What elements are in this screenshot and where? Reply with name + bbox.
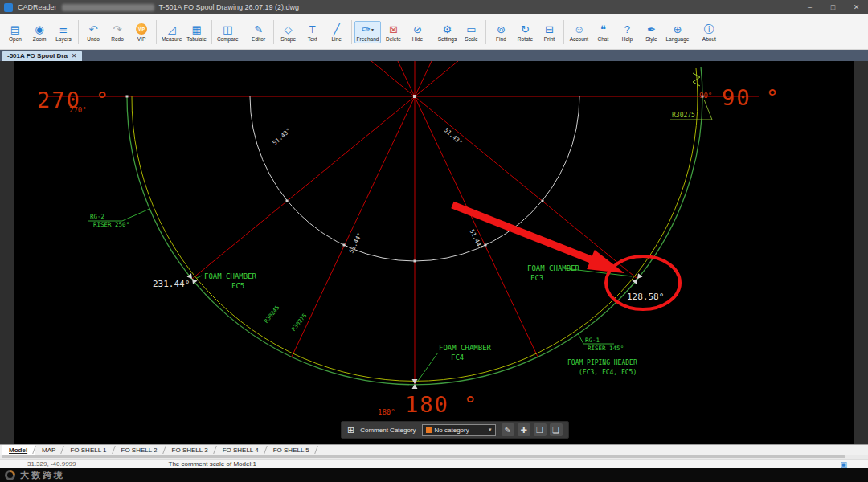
layers-icon: ≣ (59, 23, 68, 35)
delete-icon: ⊠ (389, 23, 398, 35)
tab-close-icon[interactable]: ✕ (72, 52, 77, 59)
toolbar-separator (78, 20, 79, 44)
document-icon[interactable]: ▣ (840, 460, 847, 468)
toolbar-button-rotate[interactable]: ↻Rotate (513, 21, 537, 43)
toolbar-button-settings[interactable]: ⚙Settings (435, 21, 459, 43)
toolbar-separator (563, 20, 564, 44)
toolbar-button-chat[interactable]: ❝Chat (591, 21, 615, 43)
shape-icon: ◇ (285, 23, 293, 35)
toolbar-button-shape[interactable]: ◇Shape (276, 21, 301, 43)
toolbar-button-text[interactable]: TText (301, 21, 325, 43)
toolbar-button-open[interactable]: ▤Open (3, 21, 27, 43)
label-fc3-name: FOAM CHAMBER (527, 264, 580, 272)
label-rg1: RG-1 (585, 337, 600, 344)
toolbar-separator (156, 20, 157, 44)
copy-icon[interactable]: ❐ (534, 423, 547, 436)
edit-icon[interactable]: ✎ (502, 423, 514, 436)
toolbar-button-label: Undo (87, 36, 100, 42)
toolbar-button-help[interactable]: ?Help (615, 21, 639, 43)
category-dropdown[interactable]: No category ▾ (422, 424, 496, 436)
sheet-tab-fo-shell-5[interactable]: FO SHELL 5 (266, 445, 317, 455)
toolbar-button-label: Open (9, 36, 22, 42)
toolbar-button-label: Text (308, 36, 317, 42)
toolbar-separator (273, 20, 274, 44)
toolbar-button-vip[interactable]: VIPVIP (129, 21, 154, 43)
comment-bar-icons: ✎✚❐❏ (502, 423, 563, 436)
sheet-tab-fo-shell-1[interactable]: FO SHELL 1 (63, 445, 113, 455)
redacted-text (62, 4, 154, 11)
compare-icon: ◫ (223, 23, 232, 35)
toolbar-button-account[interactable]: ☺Account (567, 21, 591, 43)
scrollbar-thumb[interactable] (2, 455, 845, 458)
watermark-text: 大数跨境 (20, 469, 65, 481)
sheet-tabs: ModelMAPFO SHELL 1FO SHELL 2FO SHELL 3FO… (0, 444, 868, 455)
tabulate-icon: ▦ (191, 23, 201, 35)
chevron-down-icon: ▾ (489, 427, 492, 433)
app-name: CADReader (18, 3, 57, 11)
document-tab-strip: -501A FO Spool Dra ✕ (0, 50, 868, 61)
toolbar-button-zoom[interactable]: ◉Zoom (27, 21, 51, 43)
toolbar-button-hide[interactable]: ⊘Hide (405, 21, 429, 43)
label-piping-header: FOAM PIPING HEADER (567, 359, 637, 366)
toolbar-button-compare[interactable]: ◫Compare (215, 21, 241, 43)
document-tab[interactable]: -501A FO Spool Dra ✕ (2, 51, 82, 61)
toolbar-button-tabulate[interactable]: ▦Tabulate (184, 21, 209, 43)
toolbar-button-delete[interactable]: ⊠Delete (381, 21, 405, 43)
maximize-button[interactable]: □ (821, 0, 845, 14)
toolbar-button-language[interactable]: ⊕Language (663, 21, 691, 43)
paste-icon[interactable]: ❏ (550, 423, 563, 436)
measure-icon: ◿ (168, 23, 176, 35)
toolbar: ▤Open◉Zoom≣Layers↶Undo↷RedoVIPVIP◿Measur… (0, 14, 868, 50)
toolbar-button-about[interactable]: ⓘAbout (697, 21, 721, 43)
label-angle-fc5: 231.44° (153, 279, 190, 289)
toolbar-button-scale[interactable]: ▭Scale (459, 21, 483, 43)
toolbar-button-label: VIP (137, 36, 145, 42)
sheet-tab-fo-shell-3[interactable]: FO SHELL 3 (165, 445, 215, 455)
toolbar-button-editor[interactable]: ✎Editor (247, 21, 271, 43)
label-fc5-name: FOAM CHAMBER (204, 272, 257, 280)
toolbar-button-line[interactable]: ╱Line (325, 21, 349, 43)
toolbar-separator (432, 20, 432, 44)
toolbar-button-freehand[interactable]: ✑▾Freehand (354, 21, 382, 43)
toolbar-button-measure[interactable]: ◿Measure (159, 21, 184, 43)
about-icon: ⓘ (704, 23, 714, 35)
freehand-icon: ✑ (362, 23, 371, 35)
toolbar-button-label: Redo (111, 36, 124, 42)
minimize-button[interactable]: – (798, 0, 821, 14)
open-icon: ▤ (10, 23, 20, 35)
account-icon: ☺ (574, 23, 584, 35)
category-grid-icon[interactable]: ⊞ (347, 425, 354, 435)
toolbar-button-redo[interactable]: ↷Redo (105, 21, 129, 43)
sheet-tab-map[interactable]: MAP (35, 445, 63, 455)
label-span-top-right: 51.43° (443, 126, 464, 146)
label-angle-fc3: 128.58° (627, 292, 664, 302)
toolbar-button-layers[interactable]: ≣Layers (51, 21, 76, 43)
toolbar-button-print[interactable]: ⊟Print (537, 21, 561, 43)
redo-icon: ↷ (113, 23, 122, 35)
sheet-tab-model[interactable]: Model (2, 445, 35, 455)
toolbar-separator (694, 20, 694, 44)
sheet-tab-fo-shell-2[interactable]: FO SHELL 2 (114, 445, 165, 455)
label-span-mid-left: 51.44° (347, 231, 363, 254)
label-rg2: RG-2 (90, 213, 104, 220)
help-icon: ? (624, 23, 630, 35)
label-angle-180-small: 180° (378, 408, 395, 416)
category-color-swatch (426, 427, 432, 433)
toolbar-button-undo[interactable]: ↶Undo (81, 21, 105, 43)
radial-lines (47, 61, 759, 384)
app-icon (4, 3, 13, 12)
style-icon: ✒ (647, 23, 656, 35)
drawing-canvas[interactable]: 270 ° 270° 90 ° 90° 180 ° 180° 231.44° 1… (0, 61, 868, 444)
toolbar-button-style[interactable]: ✒Style (639, 21, 663, 43)
close-button[interactable]: ✕ (845, 0, 868, 14)
watermark-logo (5, 470, 15, 480)
break-symbol (693, 73, 700, 86)
toolbar-button-find[interactable]: ⊚Find (489, 21, 513, 43)
scale-icon: ▭ (466, 23, 476, 35)
label-angle-90-small: 90° (699, 92, 712, 100)
toolbar-button-label: Find (496, 36, 506, 42)
cad-drawing: 270 ° 270° 90 ° 90° 180 ° 180° 231.44° 1… (0, 61, 868, 444)
horizontal-scrollbar[interactable] (0, 455, 868, 459)
move-icon[interactable]: ✚ (518, 423, 530, 436)
sheet-tab-fo-shell-4[interactable]: FO SHELL 4 (215, 445, 266, 455)
